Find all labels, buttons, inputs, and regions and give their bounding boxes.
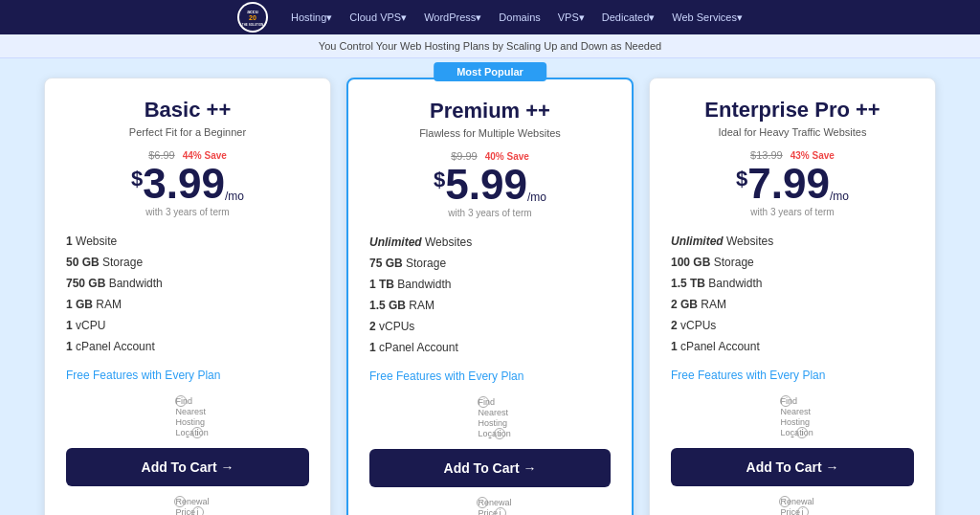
free-features-link-enterprise[interactable]: Free Features with Every Plan	[671, 369, 914, 382]
find-hosting-basic[interactable]: Find Nearest Hosting Location i	[66, 395, 309, 438]
feature-enterprise-2: 1.5 TB Bandwidth	[671, 273, 914, 294]
logo-icon: accu 20 THE SOLUTION	[237, 2, 268, 33]
feature-enterprise-3: 2 GB RAM	[671, 294, 914, 315]
feature-enterprise-5: 1 cPanel Account	[671, 336, 914, 357]
feature-enterprise-0: Unlimited Websites	[671, 231, 914, 252]
subtitle-text: You Control Your Web Hosting Plans by Sc…	[319, 40, 661, 52]
nav-dedicated[interactable]: Dedicated▾	[602, 11, 656, 24]
price-amount-premium: 5.99	[445, 164, 527, 206]
feature-enterprise-1: 100 GB Storage	[671, 252, 914, 273]
price-amount-enterprise: 7.99	[747, 163, 830, 205]
plan-name-enterprise: Enterprise Pro ++	[671, 98, 914, 123]
info-icon-renewal-premium[interactable]: i	[495, 507, 506, 515]
feature-premium-2: 1 TB Bandwidth	[369, 274, 611, 295]
add-to-cart-enterprise[interactable]: Add To Cart →	[671, 448, 914, 486]
find-hosting-premium[interactable]: Find Nearest Hosting Location i	[369, 396, 611, 439]
features-list-basic: 1 Website 50 GB Storage 750 GB Bandwidth…	[66, 231, 309, 357]
nav-webservices[interactable]: Web Services▾	[672, 11, 743, 24]
navbar: accu 20 THE SOLUTION Hosting▾ Cloud VPS▾…	[0, 0, 980, 34]
price-mo-basic: /mo	[225, 190, 244, 203]
nav-items: Hosting▾ Cloud VPS▾ WordPress▾ Domains V…	[291, 11, 743, 24]
save-badge-premium: 40% Save	[485, 151, 529, 162]
feature-basic-0: 1 Website	[66, 231, 309, 252]
main-price-basic: $ 3.99 /mo	[66, 163, 309, 205]
dollar-basic: $	[131, 167, 143, 191]
nav-cloud[interactable]: Cloud VPS▾	[349, 11, 407, 24]
plan-name-basic: Basic ++	[66, 98, 309, 123]
logo[interactable]: accu 20 THE SOLUTION	[237, 2, 268, 33]
plan-card-basic: Basic ++ Perfect Fit for a Beginner $6.9…	[44, 78, 331, 515]
plan-card-enterprise: Enterprise Pro ++ Ideal for Heavy Traffi…	[649, 78, 936, 515]
price-amount-basic: 3.99	[143, 163, 225, 205]
free-features-link-premium[interactable]: Free Features with Every Plan	[369, 369, 611, 383]
save-badge-enterprise: 43% Save	[791, 150, 835, 161]
feature-premium-3: 1.5 GB RAM	[369, 295, 611, 316]
feature-basic-3: 1 GB RAM	[66, 294, 309, 315]
save-badge-basic: 44% Save	[183, 150, 227, 161]
renewal-price-premium[interactable]: Renewal Price i	[369, 497, 611, 515]
feature-enterprise-4: 2 vCPUs	[671, 315, 914, 336]
svg-text:20: 20	[249, 14, 256, 21]
find-hosting-enterprise[interactable]: Find Nearest Hosting Location i	[671, 395, 914, 438]
feature-premium-1: 75 GB Storage	[369, 253, 611, 274]
feature-premium-5: 1 cPanel Account	[369, 337, 611, 358]
add-to-cart-premium[interactable]: Add To Cart →	[369, 449, 611, 487]
plan-subtitle-basic: Perfect Fit for a Beginner	[66, 126, 309, 138]
feature-basic-1: 50 GB Storage	[66, 252, 309, 273]
main-price-enterprise: $ 7.99 /mo	[671, 163, 914, 205]
price-mo-enterprise: /mo	[830, 190, 849, 203]
main-price-premium: $ 5.99 /mo	[369, 164, 611, 206]
nav-vps[interactable]: VPS▾	[558, 11, 585, 24]
price-term-premium: with 3 years of term	[369, 208, 611, 218]
plan-subtitle-enterprise: Ideal for Heavy Traffic Websites	[671, 126, 914, 138]
popular-badge: Most Popular	[434, 62, 546, 81]
features-list-enterprise: Unlimited Websites 100 GB Storage 1.5 TB…	[671, 231, 914, 357]
dollar-enterprise: $	[736, 167, 747, 191]
plan-card-premium: Most Popular Premium ++ Flawless for Mul…	[346, 78, 634, 515]
dollar-premium: $	[434, 168, 445, 192]
renewal-price-enterprise[interactable]: Renewal Price i	[671, 496, 914, 515]
add-to-cart-basic[interactable]: Add To Cart →	[66, 448, 309, 486]
subtitle-bar: You Control Your Web Hosting Plans by Sc…	[0, 34, 980, 58]
price-mo-premium: /mo	[527, 190, 546, 204]
plans-container: Basic ++ Perfect Fit for a Beginner $6.9…	[0, 58, 980, 515]
price-term-enterprise: with 3 years of term	[671, 207, 914, 217]
price-term-basic: with 3 years of term	[66, 207, 309, 217]
features-list-premium: Unlimited Websites 75 GB Storage 1 TB Ba…	[369, 232, 611, 358]
nav-wordpress[interactable]: WordPress▾	[424, 11, 481, 24]
feature-premium-0: Unlimited Websites	[369, 232, 611, 253]
nav-hosting[interactable]: Hosting▾	[291, 11, 332, 24]
info-icon-renewal-basic[interactable]: i	[192, 506, 204, 515]
svg-text:THE SOLUTION: THE SOLUTION	[242, 23, 263, 27]
free-features-link-basic[interactable]: Free Features with Every Plan	[66, 369, 309, 382]
feature-basic-4: 1 vCPU	[66, 315, 309, 336]
plan-subtitle-premium: Flawless for Multiple Websites	[369, 127, 611, 139]
nav-domains[interactable]: Domains	[499, 11, 540, 23]
plan-name-premium: Premium ++	[369, 99, 611, 123]
feature-basic-2: 750 GB Bandwidth	[66, 273, 309, 294]
info-icon-renewal-enterprise[interactable]: i	[797, 506, 809, 515]
renewal-price-basic[interactable]: Renewal Price i	[66, 496, 309, 515]
feature-basic-5: 1 cPanel Account	[66, 336, 309, 357]
feature-premium-4: 2 vCPUs	[369, 316, 611, 337]
